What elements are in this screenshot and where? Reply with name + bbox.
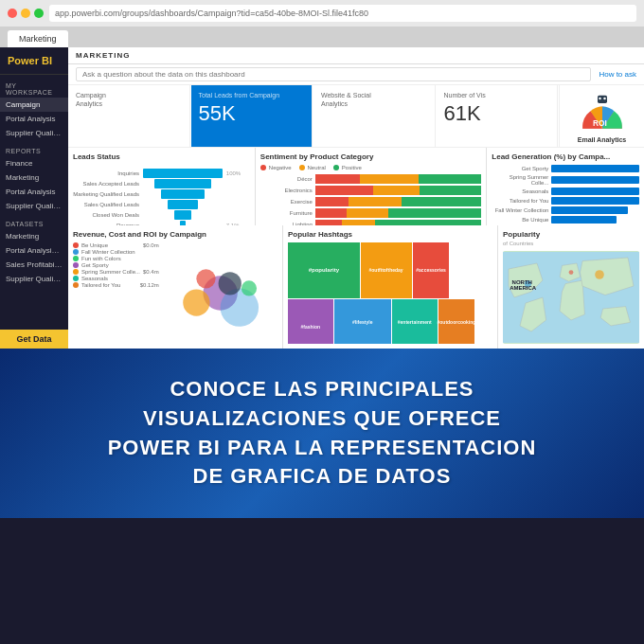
lead-gen-panel: Lead Generation (%) by Campa... Get Spor… <box>487 148 644 225</box>
legend-row: Fall Winter Collection <box>73 249 159 255</box>
svg-point-12 <box>569 270 574 275</box>
treemap-cell: #accessories <box>413 242 450 298</box>
neutral-dot <box>299 165 305 170</box>
svg-point-3 <box>603 98 606 100</box>
dashboard-wrapper: Power BI My Workspace Campaign Portal An… <box>0 47 644 349</box>
sidebar-item-supplier[interactable]: Supplier Quality Analysis <box>0 126 68 140</box>
datasets-section: Datasets <box>0 217 68 229</box>
address-bar[interactable]: app.powerbi.com/groups/dashboards/Campai… <box>49 5 636 22</box>
window-controls <box>8 9 44 18</box>
sidebar-item-supplier-r[interactable]: Supplier Quality Analysis <box>0 199 68 213</box>
kpi-leads-value: 55K <box>199 101 305 126</box>
legend-neutral: Neutral <box>299 165 326 170</box>
my-workspace-section: My Workspace <box>0 79 68 98</box>
treemap-cell: #outdoorcooking <box>438 299 475 344</box>
sidebar-item-portal-r[interactable]: Portal Analysis <box>0 185 68 199</box>
close-button[interactable] <box>8 9 17 18</box>
email-analytics-label: Email Analytics <box>578 136 627 143</box>
sidebar-item-portal-d[interactable]: Portal Analysis Sample <box>0 243 68 258</box>
search-bar: How to ask <box>68 64 644 85</box>
map-title: Popularity of Countries <box>503 230 639 247</box>
funnel-row-sal: Sales Accepted Leads <box>73 179 250 188</box>
sentiment-title: Sentiment by Product Category <box>260 152 482 161</box>
lead-gen-row: Seasonals <box>492 188 639 195</box>
roi-icon: ROI <box>579 89 626 136</box>
sidebar-item-marketing-d[interactable]: Marketing <box>0 229 68 243</box>
funnel-label: Inquiries <box>73 170 139 176</box>
negative-dot <box>260 165 266 170</box>
lead-gen-row: Be Unique <box>492 216 639 224</box>
bottom-charts-row: Revenue, Cost and ROI by Campaign Be Uni… <box>68 225 644 349</box>
minimize-button[interactable] <box>21 9 30 18</box>
map-panel: Popularity of Countries <box>498 225 644 349</box>
search-input[interactable] <box>76 67 591 81</box>
kpi-visits-value: 61K <box>444 101 550 126</box>
kpi-leads: Total Leads from Campaign 55K <box>191 85 313 147</box>
funnel-bar <box>143 169 223 178</box>
lead-gen-title: Lead Generation (%) by Campa... <box>492 152 639 161</box>
svg-point-8 <box>196 269 215 288</box>
lead-gen-chart: Get Sporty Spring Summer Colle... Season… <box>492 165 639 225</box>
funnel-row-mql: Marketing Qualified Leads <box>73 189 250 199</box>
lead-gen-row: Get Sporty <box>492 165 639 172</box>
svg-point-13 <box>595 270 604 279</box>
top-charts-row: Leads Status Inquiries 100% Sales Accept… <box>68 148 644 225</box>
treemap-cell: #fashion <box>288 299 333 344</box>
hashtags-panel: Popular Hashtags #popularity #outfitofth… <box>283 225 497 349</box>
funnel-label: Sales Accepted Leads <box>73 181 139 187</box>
bottom-banner: CONOCE LAS PRINCIPALES VISUALIZACIONES Q… <box>0 349 644 518</box>
revenue-chart-area: Be Unique$0.0m Fall Winter Collection Fu… <box>73 242 277 344</box>
banner-text: CONOCE LAS PRINCIPALES VISUALIZACIONES Q… <box>108 375 537 492</box>
how-to-ask-link[interactable]: How to ask <box>599 70 636 79</box>
kpi-leads-label: Total Leads from Campaign <box>199 91 305 99</box>
sidebar: Power BI My Workspace Campaign Portal An… <box>0 47 68 349</box>
funnel-chart: Inquiries 100% Sales Accepted Leads Mark… <box>73 165 250 225</box>
bubble-plot <box>163 242 277 344</box>
svg-point-9 <box>242 280 257 295</box>
kpi-social: Website & SocialAnalytics <box>313 85 436 147</box>
sidebar-item-finance[interactable]: Finance <box>0 156 68 170</box>
legend-row: Get Sporty <box>73 262 159 268</box>
sentiment-row: Furniture <box>260 208 482 218</box>
kpi-campaign: CampaignAnalytics <box>68 85 190 147</box>
main-content: MARKETING How to ask CampaignAnalytics T… <box>68 47 644 349</box>
kpi-social-label: Website & SocialAnalytics <box>321 91 427 108</box>
get-data-button[interactable]: Get Data <box>0 330 68 349</box>
browser-chrome: app.powerbi.com/groups/dashboards/Campai… <box>0 0 644 27</box>
map-visualization: NORTH AMERICA <box>503 251 639 344</box>
svg-point-5 <box>183 289 209 315</box>
kpi-visits: Number of Vis 61K <box>437 85 559 147</box>
funnel-row-cwd: Closed Won Deals <box>73 210 250 220</box>
sidebar-item-supplier-d[interactable]: Supplier Quality Analysi... <box>0 272 68 286</box>
legend-row: Be Unique$0.0m <box>73 242 159 248</box>
sidebar-item-portal[interactable]: Portal Analysis <box>0 112 68 126</box>
treemap-cell: #popularity <box>288 242 360 298</box>
reports-section: Reports <box>0 144 68 156</box>
powerbi-logo: Power BI <box>0 47 68 75</box>
maximize-button[interactable] <box>34 9 44 18</box>
roi-email-analytics: ROI Email Analytics <box>559 85 644 147</box>
svg-text:AMERICA: AMERICA <box>510 285 537 291</box>
kpi-visits-label: Number of Vis <box>444 91 550 99</box>
leads-status-title: Leads Status <box>73 152 250 161</box>
browser-tabs: Marketing <box>0 27 644 47</box>
funnel-bar <box>174 210 191 220</box>
svg-text:ROI: ROI <box>593 118 607 128</box>
funnel-row-inquiries: Inquiries 100% <box>73 169 250 178</box>
treemap-cell: #outfitoftheday <box>361 242 412 298</box>
revenue-title: Revenue, Cost and ROI by Campaign <box>73 230 277 239</box>
sidebar-item-sales-d[interactable]: Sales Profitability and S... <box>0 258 68 272</box>
sentiment-panel: Sentiment by Product Category Negative N… <box>256 148 487 225</box>
sidebar-item-campaign[interactable]: Campaign <box>0 98 68 112</box>
active-tab[interactable]: Marketing <box>8 30 68 47</box>
lead-gen-row: Fall Winter Collection <box>492 206 639 214</box>
sentiment-legend: Negative Neutral Positive <box>260 165 482 170</box>
legend-row: Tailored for You$0.12m <box>73 282 159 288</box>
treemap-cell: #entertainment <box>392 299 438 344</box>
funnel-label: Sales Qualified Leads <box>73 202 139 207</box>
treemap-cell: #lifestyle <box>334 299 391 344</box>
campaign-legend: Be Unique$0.0m Fall Winter Collection Fu… <box>73 242 159 344</box>
sentiment-row: Décor <box>260 174 482 184</box>
revenue-panel: Revenue, Cost and ROI by Campaign Be Uni… <box>68 225 282 349</box>
sidebar-item-marketing[interactable]: Marketing <box>0 170 68 185</box>
